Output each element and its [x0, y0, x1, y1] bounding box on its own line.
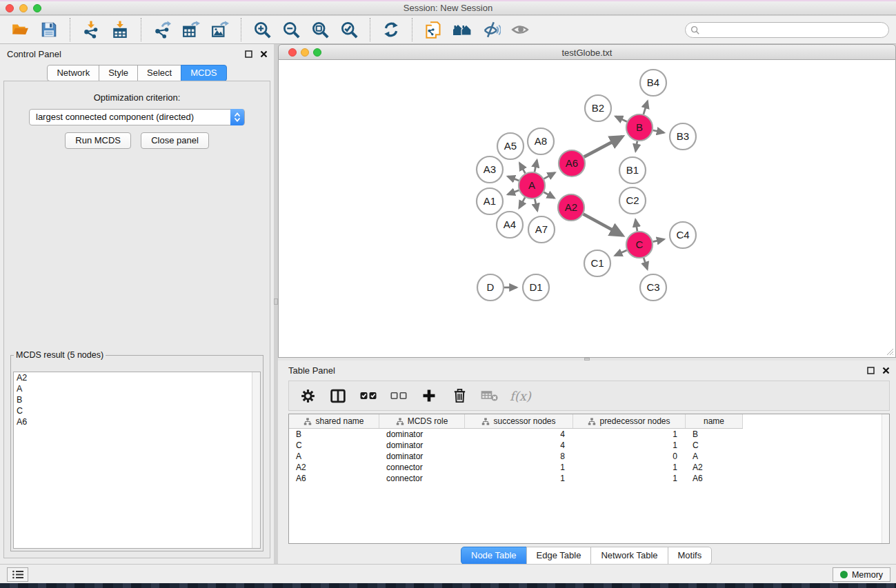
select-stepper-icon: [230, 109, 244, 125]
edge-A-A1[interactable]: [508, 190, 519, 194]
tab-select[interactable]: Select: [137, 65, 181, 81]
resize-grip-icon[interactable]: [886, 347, 894, 356]
tab-network[interactable]: Network: [47, 65, 99, 81]
table-cell: 4: [465, 440, 573, 451]
control-panel: Control Panel NetworkStyleSelectMCDS Opt…: [0, 44, 274, 564]
zoom-fit-button[interactable]: [308, 17, 332, 42]
edge-B-B1[interactable]: [635, 141, 637, 152]
settings-button[interactable]: [297, 385, 318, 406]
hide-visual-properties-button[interactable]: [479, 17, 504, 42]
column-header-label: predecessor nodes: [599, 416, 670, 426]
tab-network-table[interactable]: Network Table: [590, 547, 668, 565]
edge-A-A5[interactable]: [519, 163, 525, 174]
toolbar-separator: [370, 18, 370, 41]
search-icon: [690, 26, 700, 35]
control-panel-title: Control Panel: [7, 49, 61, 59]
memory-button[interactable]: Memory: [833, 567, 890, 582]
select-all-button[interactable]: [358, 385, 379, 406]
show-visual-properties-button[interactable]: [508, 17, 532, 42]
tab-motifs[interactable]: Motifs: [668, 547, 713, 565]
duplicate-network-icon: [424, 21, 443, 39]
function-builder-button[interactable]: f(x): [510, 389, 531, 403]
export-image-button[interactable]: [208, 17, 232, 42]
edge-B-B2[interactable]: [615, 116, 627, 122]
mcds-result-item[interactable]: A2: [14, 372, 260, 383]
mcds-result-item[interactable]: A6: [14, 416, 260, 427]
edge-C-C4[interactable]: [653, 239, 664, 242]
edge-A-A3[interactable]: [508, 176, 519, 181]
zoom-out-button[interactable]: [279, 17, 303, 42]
export-table-button[interactable]: [179, 17, 203, 42]
float-table-panel-icon[interactable]: [866, 365, 875, 375]
show-columns-button[interactable]: [328, 385, 348, 406]
open-file-button[interactable]: [8, 17, 32, 42]
column-header-MCDS-role[interactable]: MCDS role: [379, 414, 465, 428]
delete-button[interactable]: [449, 385, 470, 406]
mcds-result-list[interactable]: A2ABCA6: [13, 372, 261, 549]
tab-mcds[interactable]: MCDS: [181, 65, 226, 81]
edge-A-A4[interactable]: [519, 197, 526, 207]
home-icon: [452, 21, 472, 38]
table-scrollbar[interactable]: [882, 414, 889, 543]
delete-table-button[interactable]: [479, 385, 500, 406]
column-header-name[interactable]: name: [686, 414, 743, 428]
table-cell: 1: [465, 473, 573, 484]
import-network-icon: [82, 21, 100, 39]
save-session-button[interactable]: [37, 17, 61, 42]
import-table-button[interactable]: [108, 17, 132, 42]
export-network-button[interactable]: [150, 17, 175, 42]
close-panel-button[interactable]: Close panel: [141, 132, 209, 149]
edge-A-A7[interactable]: [535, 199, 537, 211]
column-header-shared-name[interactable]: shared name: [289, 414, 379, 428]
column-header-successor-nodes[interactable]: successor nodes: [465, 414, 573, 428]
deselect-all-button[interactable]: [388, 385, 409, 406]
edge-C-C3[interactable]: [644, 258, 647, 269]
tab-node-table[interactable]: Node Table: [461, 547, 527, 565]
edge-C-C1[interactable]: [615, 250, 627, 256]
table-row[interactable]: A6connector11A6: [289, 473, 743, 484]
float-panel-icon[interactable]: [243, 49, 253, 59]
task-history-button[interactable]: [7, 567, 28, 582]
node-label-C3: C3: [646, 281, 659, 293]
table-cell: B: [686, 429, 743, 440]
import-network-button[interactable]: [79, 17, 103, 42]
optimization-criterion-select[interactable]: largest connected component (directed): [29, 109, 245, 125]
home-button[interactable]: [450, 17, 475, 42]
search-input[interactable]: [702, 23, 883, 37]
close-table-panel-icon[interactable]: [881, 365, 890, 375]
edge-C-C2[interactable]: [635, 220, 637, 232]
table-row[interactable]: A2connector11A2: [289, 462, 743, 473]
edge-A2-C[interactable]: [584, 214, 623, 236]
table-cell: A: [686, 451, 743, 462]
network-graph[interactable]: AA1A2A3A4A5A6A7A8BB1B2B3B4CC1C2C3C4DD1: [279, 60, 895, 356]
zoom-in-icon: [253, 21, 272, 39]
column-header-predecessor-nodes[interactable]: predecessor nodes: [573, 414, 686, 428]
mcds-list-scrollbar[interactable]: [252, 372, 260, 548]
edge-A-A6[interactable]: [544, 173, 555, 179]
mcds-result-item[interactable]: C: [14, 405, 260, 416]
network-canvas[interactable]: AA1A2A3A4A5A6A7A8BB1B2B3B4CC1C2C3C4DD1: [278, 60, 896, 358]
edge-B-B4[interactable]: [644, 101, 648, 114]
zoom-selected-button[interactable]: [337, 17, 361, 42]
mcds-result-item[interactable]: A: [14, 383, 260, 394]
close-panel-icon[interactable]: [259, 49, 268, 59]
table-row[interactable]: Adominator80A: [289, 451, 743, 462]
duplicate-network-button[interactable]: [421, 17, 446, 42]
node-table[interactable]: shared nameMCDS rolesuccessor nodesprede…: [288, 414, 890, 544]
refresh-layout-button[interactable]: [379, 17, 404, 42]
tab-style[interactable]: Style: [99, 65, 138, 81]
edge-A-A2[interactable]: [544, 192, 554, 199]
edge-B-B3[interactable]: [653, 130, 664, 132]
export-image-icon: [211, 21, 229, 39]
add-button[interactable]: [419, 385, 439, 406]
edge-A-A8[interactable]: [535, 160, 537, 172]
run-mcds-button[interactable]: Run MCDS: [65, 132, 131, 149]
mcds-result-item[interactable]: B: [14, 394, 260, 405]
table-row[interactable]: Bdominator41B: [289, 429, 743, 440]
tab-edge-table[interactable]: Edge Table: [526, 547, 592, 565]
table-row[interactable]: Cdominator41C: [289, 440, 743, 451]
edge-A6-B[interactable]: [584, 136, 623, 157]
deselect-all-icon: [390, 389, 408, 403]
zoom-in-button[interactable]: [250, 17, 275, 42]
table-toolbar: f(x): [288, 381, 890, 411]
